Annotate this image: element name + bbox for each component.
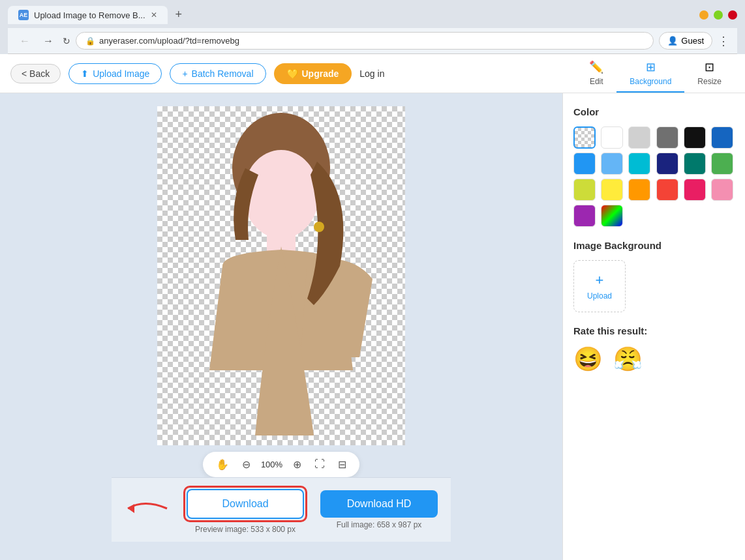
login-button[interactable]: Log in <box>359 68 384 79</box>
color-yellow-swatch[interactable] <box>601 179 623 201</box>
color-gradient-swatch[interactable] <box>601 205 623 227</box>
new-tab-button[interactable]: + <box>170 5 188 24</box>
color-navy-swatch[interactable] <box>656 153 678 175</box>
header-tools: ✏️ Edit ⊞ Background ⊡ Resize <box>576 55 735 93</box>
image-bg-upload-button[interactable]: + Upload <box>573 260 626 312</box>
color-transparent-swatch[interactable] <box>573 126 596 149</box>
thumbs-up-emoji-button[interactable]: 😆 <box>573 346 603 373</box>
preview-image-info: Preview image: 533 x 800 px <box>195 525 296 534</box>
canvas-toolbar: ✋ ⊖ 100% ⊕ ⛶ ⊟ <box>203 452 359 477</box>
color-orange-swatch[interactable] <box>628 179 650 201</box>
address-bar[interactable]: 🔒 anyeraser.com/upload/?td=removebg <box>76 32 654 50</box>
rate-title: Rate this result: <box>573 325 735 336</box>
download-hd-group: Download HD Full image: 658 x 987 px <box>320 490 438 529</box>
batch-icon: + <box>182 68 187 79</box>
plus-icon: + <box>596 272 604 289</box>
svg-point-1 <box>243 150 319 239</box>
more-options-button[interactable]: ⋮ <box>718 34 729 48</box>
browser-tab[interactable]: AE Upload Image to Remove B... ✕ <box>8 6 168 24</box>
color-gray-swatch[interactable] <box>656 126 678 149</box>
color-teal-swatch[interactable] <box>684 153 706 175</box>
arrow-svg <box>125 492 170 525</box>
edit-tool-button[interactable]: ✏️ Edit <box>576 55 616 93</box>
upgrade-label: Upgrade <box>302 68 339 79</box>
download-hd-button[interactable]: Download HD <box>320 490 438 518</box>
upload-image-button[interactable]: ⬆ Upload Image <box>68 63 162 84</box>
tab-title: Upload Image to Remove B... <box>34 10 145 20</box>
edit-label: Edit <box>590 77 603 86</box>
resize-label: Resize <box>697 77 722 86</box>
zoom-out-button[interactable]: ⊖ <box>239 457 253 472</box>
image-bg-title: Image Background <box>573 240 735 251</box>
person-svg <box>170 110 392 442</box>
batch-label: Batch Removal <box>192 68 254 79</box>
right-panel: Color <box>562 93 745 560</box>
color-grid <box>573 126 735 227</box>
upload-icon: ⬆ <box>81 68 89 79</box>
grid-button[interactable]: ⊟ <box>335 457 349 472</box>
color-white-swatch[interactable] <box>601 126 623 149</box>
background-label: Background <box>630 77 671 86</box>
arrow-indicator <box>125 492 170 527</box>
full-image-info: Full image: 658 x 987 px <box>337 520 422 529</box>
batch-removal-button[interactable]: + Batch Removal <box>170 63 266 84</box>
browser-tabs: AE Upload Image to Remove B... ✕ + <box>8 5 187 24</box>
upload-label: Upload Image <box>93 68 149 79</box>
tab-favicon: AE <box>18 10 29 20</box>
back-nav-button[interactable]: ← <box>16 33 34 50</box>
browser-chrome: AE Upload Image to Remove B... ✕ + ← → ↻… <box>0 0 745 54</box>
color-lime-swatch[interactable] <box>573 179 596 201</box>
download-highlight-box: Download <box>183 486 307 522</box>
rate-emojis: 😆 😤 <box>573 346 735 373</box>
svg-marker-4 <box>128 504 134 513</box>
main-content: ✋ ⊖ 100% ⊕ ⛶ ⊟ <box>0 93 745 560</box>
thumbs-down-emoji-button[interactable]: 😤 <box>613 346 643 373</box>
color-lightpink-swatch[interactable] <box>711 179 733 201</box>
color-blue-swatch[interactable] <box>573 153 596 175</box>
color-red-swatch[interactable] <box>656 179 678 201</box>
refresh-button[interactable]: ↻ <box>63 36 70 46</box>
color-black-swatch[interactable] <box>684 126 706 149</box>
zoom-level: 100% <box>261 460 282 469</box>
pan-tool-button[interactable]: ✋ <box>213 457 232 472</box>
color-green-swatch[interactable] <box>711 153 733 175</box>
app-container: < Back ⬆ Upload Image + Batch Removal 💛 … <box>0 54 745 560</box>
color-lightblue-swatch[interactable] <box>601 153 623 175</box>
address-text: anyeraser.com/upload/?td=removebg <box>99 36 239 46</box>
download-free-group: Download Preview image: 533 x 800 px <box>183 486 307 534</box>
back-button[interactable]: < Back <box>10 64 61 83</box>
guest-button[interactable]: 👤 Guest <box>659 32 712 50</box>
resize-tool-button[interactable]: ⊡ Resize <box>684 55 735 93</box>
heart-icon: 💛 <box>287 68 298 79</box>
nav-bar: ← → ↻ 🔒 anyeraser.com/upload/?td=removeb… <box>8 28 737 54</box>
edit-icon: ✏️ <box>589 60 603 74</box>
forward-nav-button[interactable]: → <box>39 33 57 50</box>
maximize-button[interactable] <box>714 10 723 20</box>
image-canvas <box>157 106 405 445</box>
background-tool-button[interactable]: ⊞ Background <box>616 55 684 93</box>
resize-icon: ⊡ <box>705 60 714 74</box>
upgrade-button[interactable]: 💛 Upgrade <box>274 63 352 84</box>
canvas-area: ✋ ⊖ 100% ⊕ ⛶ ⊟ <box>0 93 562 560</box>
download-free-button[interactable]: Download <box>187 489 304 519</box>
minimize-button[interactable] <box>699 10 708 20</box>
color-purple-swatch[interactable] <box>573 205 596 227</box>
person-image <box>157 106 405 445</box>
download-bar: Download Preview image: 533 x 800 px Dow… <box>112 477 451 542</box>
color-darkblue-swatch[interactable] <box>711 126 733 149</box>
lock-icon: 🔒 <box>85 37 95 46</box>
color-pink-swatch[interactable] <box>684 179 706 201</box>
color-lightgray-swatch[interactable] <box>628 126 650 149</box>
close-button[interactable] <box>728 10 737 20</box>
svg-point-3 <box>314 222 324 232</box>
guest-icon: 👤 <box>667 36 678 46</box>
fullscreen-button[interactable]: ⛶ <box>312 457 327 471</box>
color-cyan-swatch[interactable] <box>628 153 650 175</box>
guest-label: Guest <box>681 36 704 46</box>
browser-top-bar: AE Upload Image to Remove B... ✕ + <box>8 5 737 24</box>
tab-close-button[interactable]: ✕ <box>151 10 157 20</box>
zoom-in-button[interactable]: ⊕ <box>290 457 304 472</box>
image-upload-label: Upload <box>587 291 612 301</box>
image-background-section: Image Background + Upload <box>573 240 735 312</box>
background-icon: ⊞ <box>646 60 656 74</box>
